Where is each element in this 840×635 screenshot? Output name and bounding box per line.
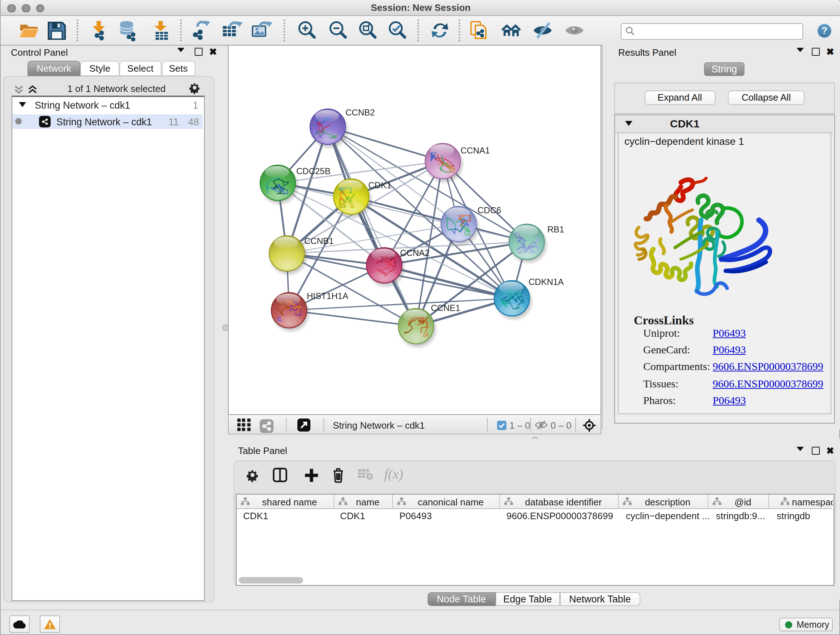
- svg-text:CCNE1: CCNE1: [431, 302, 460, 312]
- svg-text:CCNA2: CCNA2: [400, 248, 429, 257]
- svg-text:CDC6: CDC6: [477, 205, 501, 215]
- svg-text:CDC25B: CDC25B: [296, 166, 330, 176]
- svg-text:CCNA1: CCNA1: [460, 145, 489, 155]
- svg-text:RB1: RB1: [547, 224, 564, 234]
- svg-text:CCNB1: CCNB1: [304, 236, 333, 245]
- svg-text:CDKN1A: CDKN1A: [528, 277, 563, 287]
- svg-text:CCNB2: CCNB2: [345, 107, 374, 117]
- svg-text:CDK1: CDK1: [368, 180, 391, 190]
- svg-text:HIST1H1A: HIST1H1A: [306, 291, 348, 301]
